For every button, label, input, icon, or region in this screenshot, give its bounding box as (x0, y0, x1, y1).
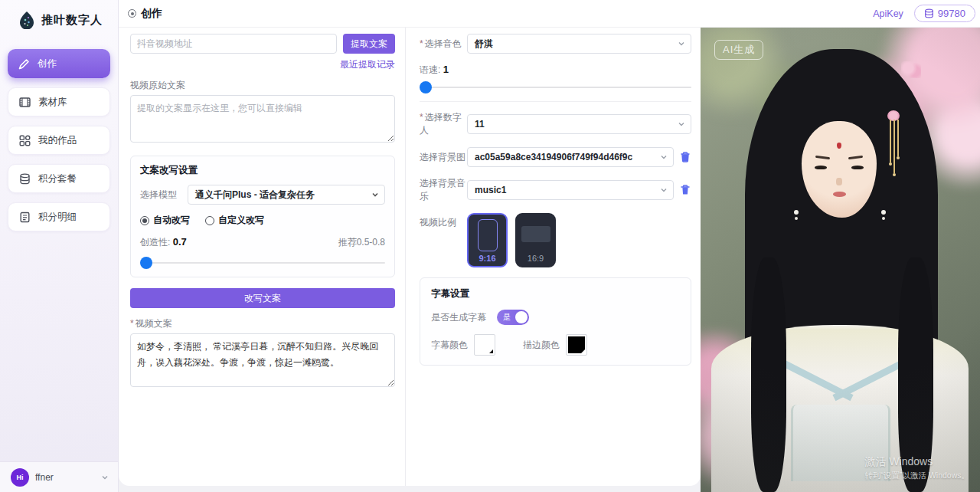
recent-extract-link[interactable]: 最近提取记录 (340, 59, 395, 70)
radio-custom-rewrite[interactable]: 自定义改写 (205, 214, 264, 227)
sidebar: 推叶数字人 创作 素材库 我的作品 积分套餐 积分明细 Hi ffner (0, 0, 119, 492)
voice-label: 选择音色 (425, 38, 462, 49)
document-icon (19, 212, 31, 223)
slider-track (420, 87, 691, 88)
rewrite-copy-button[interactable]: 改写文案 (130, 288, 395, 308)
main-content: 提取文案 最近提取记录 视频原始文案 文案改写设置 选择模型 通义千问Plus … (119, 28, 701, 486)
stroke-color-picker[interactable] (566, 334, 587, 356)
delete-bg-image-button[interactable] (679, 151, 691, 163)
page-title: 创作 (141, 7, 162, 21)
topbar: 创作 ApiKey 99780 (119, 0, 980, 28)
douyin-url-input[interactable] (130, 34, 337, 54)
rewrite-settings-panel: 文案改写设置 选择模型 通义千问Plus - 适合复杂任务 自动改写 自定义改写 (130, 156, 395, 277)
sidebar-item-label: 积分套餐 (38, 172, 77, 185)
sidebar-nav: 创作 素材库 我的作品 积分套餐 积分明细 (0, 38, 118, 231)
slider-track (140, 262, 385, 264)
radio-auto-rewrite[interactable]: 自动改写 (140, 214, 190, 227)
film-icon (19, 97, 31, 108)
sidebar-item-label: 我的作品 (38, 134, 77, 147)
brand-name: 推叶数字人 (41, 13, 103, 28)
user-avatar: Hi (11, 468, 29, 487)
coins-icon (19, 173, 31, 185)
creativity-recommend: 推荐0.5-0.8 (338, 236, 385, 249)
ai-generated-badge: AI生成 (714, 40, 763, 60)
chevron-down-icon (371, 191, 379, 198)
preview-image: AI生成 激活 Windows 转到“设置”以激活 Windows。 (701, 28, 980, 492)
sidebar-item-label: 素材库 (38, 96, 67, 109)
video-ratio-label: 视频比例 (420, 213, 467, 229)
subtitle-toggle[interactable]: 是 (497, 310, 529, 325)
digital-human-label: 选择数字人 (420, 112, 462, 136)
stroke-color-label: 描边颜色 (523, 339, 560, 352)
tab-indicator-icon (128, 9, 136, 18)
subtitle-color-picker[interactable] (474, 334, 495, 356)
original-copy-textarea[interactable] (130, 95, 395, 143)
creativity-slider[interactable] (140, 257, 385, 269)
toggle-knob (515, 311, 528, 323)
settings-column: *选择音色 舒淇 语速: 1 *选择数字人 11 选择背景图 ac05a59 (406, 28, 701, 486)
voice-select[interactable]: 舒淇 (467, 34, 691, 54)
model-label: 选择模型 (140, 189, 180, 202)
picker-corner-icon (489, 349, 493, 353)
landscape-shape (521, 226, 550, 242)
required-mark: * (130, 318, 134, 329)
sidebar-item-my-works[interactable]: 我的作品 (8, 126, 110, 155)
watermark-line1: 激活 Windows (864, 455, 969, 469)
section-divider (420, 101, 691, 102)
digital-human-select[interactable]: 11 (467, 114, 691, 134)
slider-thumb[interactable] (420, 81, 432, 93)
bg-music-select[interactable]: music1 (467, 180, 674, 200)
video-copy-label: 视频文案 (136, 318, 172, 329)
sidebar-item-points-package[interactable]: 积分套餐 (8, 164, 110, 193)
sidebar-item-label: 积分明细 (38, 211, 77, 224)
pencil-icon (18, 58, 30, 70)
ratio-169-card[interactable]: 16:9 (515, 213, 556, 267)
credits-value: 99780 (938, 8, 965, 19)
watermark-line2: 转到“设置”以激活 Windows。 (864, 471, 969, 481)
extract-copy-button[interactable]: 提取文案 (343, 34, 395, 54)
bg-image-select[interactable]: ac05a59a8ce34194906f749f94d46f9c (467, 147, 674, 167)
sidebar-item-create[interactable]: 创作 (8, 49, 110, 78)
creativity-label: 创造性: (140, 237, 170, 248)
coin-icon (924, 8, 934, 18)
speed-label: 语速: (420, 64, 440, 75)
user-account[interactable]: Hi ffner (0, 461, 118, 492)
sidebar-item-points-detail[interactable]: 积分明细 (8, 202, 110, 231)
script-column: 提取文案 最近提取记录 视频原始文案 文案改写设置 选择模型 通义千问Plus … (119, 28, 406, 486)
windows-activation-watermark: 激活 Windows 转到“设置”以激活 Windows。 (864, 455, 969, 481)
subtitle-color-label: 字幕颜色 (431, 339, 468, 352)
model-select[interactable]: 通义千问Plus - 适合复杂任务 (188, 185, 385, 205)
radio-dot (140, 216, 149, 225)
picker-corner-icon (581, 349, 585, 353)
radio-dot (205, 216, 214, 225)
toggle-on-label: 是 (503, 312, 511, 323)
subtitle-panel-title: 字幕设置 (431, 287, 680, 300)
ratio-169-label: 16:9 (528, 254, 544, 263)
vignette-overlay (701, 28, 980, 492)
slider-thumb[interactable] (140, 257, 152, 269)
ratio-916-label: 9:16 (479, 254, 495, 263)
video-copy-textarea[interactable]: 如梦令，李清照， 常记溪亭日暮，沉醉不知归路。兴尽晚回舟，误入藕花深处。争渡，争… (130, 333, 395, 387)
speed-slider[interactable] (420, 81, 691, 93)
sidebar-item-label: 创作 (38, 57, 57, 71)
chevron-down-icon (660, 153, 668, 161)
user-name: ffner (35, 472, 95, 483)
apikey-link[interactable]: ApiKey (873, 8, 903, 19)
generate-subtitle-label: 是否生成字幕 (431, 311, 486, 324)
sidebar-item-materials[interactable]: 素材库 (8, 87, 110, 116)
original-copy-label: 视频原始文案 (130, 79, 395, 92)
brand-logo: 推叶数字人 (0, 0, 118, 38)
bg-image-label: 选择背景图 (420, 151, 467, 164)
ratio-916-card[interactable]: 9:16 (467, 213, 508, 267)
credits-badge[interactable]: 99780 (914, 5, 975, 22)
bg-music-label: 选择背景音乐 (420, 177, 467, 203)
grid-icon (19, 135, 31, 146)
rewrite-panel-title: 文案改写设置 (140, 164, 385, 177)
chevron-down-icon (678, 120, 685, 128)
creativity-value: 0.7 (173, 236, 187, 248)
chevron-down-icon (678, 40, 685, 48)
subtitle-settings-panel: 字幕设置 是否生成字幕 是 字幕颜色 描边颜色 (420, 277, 691, 366)
delete-bg-music-button[interactable] (679, 184, 691, 196)
chevron-down-icon (101, 474, 109, 481)
portrait-shape (478, 219, 498, 251)
